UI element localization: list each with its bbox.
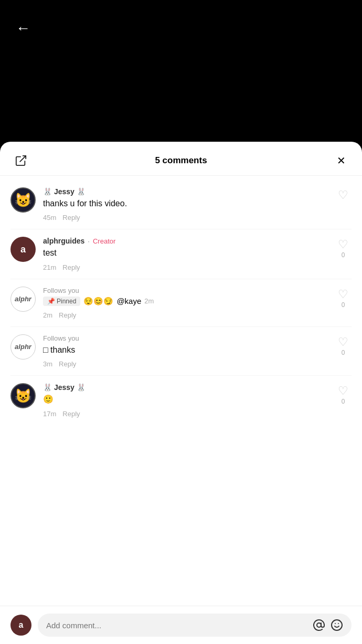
table-row: 😺 🐰 Jessy 🐰 🙂 17m Reply ♡ 0 [0,376,362,425]
comment-body: 🐰 Jessy 🐰 🙂 17m Reply [43,383,327,417]
emoji-button[interactable] [331,619,343,631]
username-row: Follows you [43,287,327,294]
heart-icon[interactable]: ♡ [338,289,348,300]
username-row: 🐰 Jessy 🐰 [43,187,327,196]
follows-you-label: Follows you [43,334,79,342]
at-mention-button[interactable] [313,619,325,631]
pinned-row: 📌 Pinned 😌😊😏 @kaye 2m [43,297,327,306]
comment-text: □ thanks [43,344,327,356]
like-count: 0 [342,349,345,356]
avatar: 😺 [10,383,36,408]
comment-meta: 17m Reply [43,410,327,418]
table-row: 😺 🐰 Jessy 🐰 thanks u for this video. 45m… [0,180,362,229]
back-button[interactable]: ← [16,21,30,36]
like-column: ♡ 0 [335,289,352,309]
table-row: alphr Follows you □ thanks 3m Reply ♡ 0 [0,327,362,375]
mention-time: 2m [144,297,154,305]
pinned-label: Pinned [57,298,76,305]
comment-body: alphrguides · Creator test 21m Reply [43,237,327,271]
top-bar: ← [0,0,362,142]
comment-time: 21m [43,263,56,271]
sheet-title: 5 comments [155,155,207,166]
svg-point-2 [332,620,342,630]
comment-time: 45m [43,214,56,221]
heart-icon[interactable]: ♡ [338,385,348,397]
like-column: ♡ [335,189,352,201]
comment-text: thanks u for this video. [43,198,327,209]
mention: @kaye [116,297,141,305]
like-column: ♡ 0 [335,385,352,405]
avatar: alphr [10,334,36,360]
reply-button[interactable]: Reply [59,360,76,368]
comment-body: 🐰 Jessy 🐰 thanks u for this video. 45m R… [43,187,327,221]
comments-list: 😺 🐰 Jessy 🐰 thanks u for this video. 45m… [0,176,362,606]
comment-meta: 21m Reply [43,263,327,271]
comment-time: 3m [43,360,52,368]
like-count: 0 [342,251,345,259]
username-row: Follows you [43,334,327,342]
pin-icon: 📌 [47,298,55,305]
pinned-badge: 📌 Pinned [43,297,80,306]
comment-input[interactable] [46,621,307,630]
comments-sheet: 5 comments ✕ 😺 🐰 Jessy 🐰 thanks u for th… [0,142,362,644]
heart-icon[interactable]: ♡ [338,189,348,201]
comment-input-wrap [38,614,352,637]
creator-badge: Creator [93,237,115,245]
reply-button[interactable]: Reply [59,311,76,319]
heart-icon[interactable]: ♡ [338,336,348,348]
username-row: 🐰 Jessy 🐰 [43,383,327,392]
avatar: alphr [10,287,36,312]
input-avatar: a [10,615,31,636]
comment-meta: 2m Reply [43,311,327,319]
share-icon[interactable] [13,152,29,169]
heart-icon[interactable]: ♡ [338,239,348,250]
comment-body: Follows you □ thanks 3m Reply [43,334,327,368]
comment-meta: 45m Reply [43,214,327,221]
svg-point-1 [317,623,321,627]
comment-time: 2m [43,311,52,319]
avatar: 😺 [10,187,36,213]
comment-text: test [43,247,327,259]
avatar: a [10,237,36,262]
like-column: ♡ 0 [335,336,352,356]
table-row: a alphrguides · Creator test 21m Reply ♡… [0,229,362,278]
comment-meta: 3m Reply [43,360,327,368]
reply-button[interactable]: Reply [62,410,80,418]
reply-button[interactable]: Reply [62,214,80,221]
comment-username: 🐰 Jessy 🐰 [43,187,86,196]
pinned-emojis: 😌😊😏 [83,297,113,306]
like-count: 0 [342,301,345,309]
comment-input-bar: a [0,606,362,644]
comment-time: 17m [43,410,56,418]
comment-username: alphrguides [43,237,84,245]
sheet-header: 5 comments ✕ [0,142,362,176]
comment-text: 🙂 [43,394,327,405]
follows-you-label: Follows you [43,287,79,294]
close-button[interactable]: ✕ [333,152,349,169]
reply-button[interactable]: Reply [62,263,80,271]
username-row: alphrguides · Creator [43,237,327,245]
like-count: 0 [342,398,345,405]
comment-body: Follows you 📌 Pinned 😌😊😏 @kaye 2m 2m Rep… [43,287,327,319]
like-column: ♡ 0 [335,239,352,259]
comment-username: 🐰 Jessy 🐰 [43,383,86,392]
table-row: alphr Follows you 📌 Pinned 😌😊😏 @kaye 2m … [0,279,362,326]
